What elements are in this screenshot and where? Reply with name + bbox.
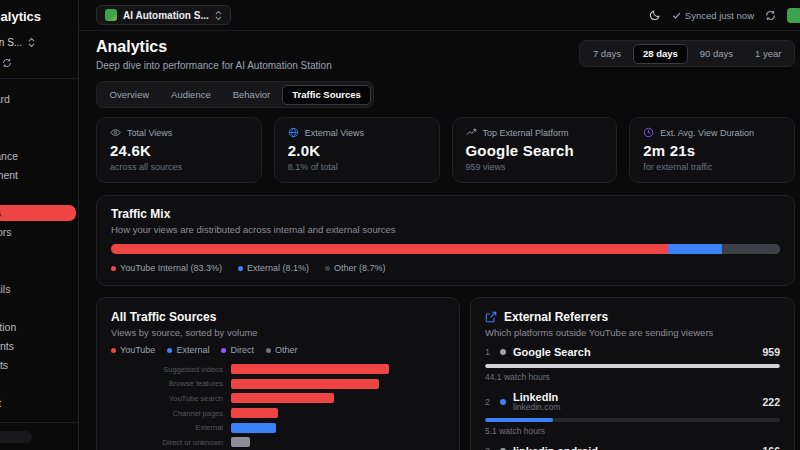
sidebar-item-label: rmance bbox=[0, 150, 18, 162]
legend-dot-icon bbox=[111, 266, 116, 271]
legend-dot-icon bbox=[238, 266, 243, 271]
referrer-bar-fill bbox=[485, 418, 553, 422]
sidebar-item[interactable]: bnails bbox=[0, 279, 78, 298]
sidebar-item[interactable]: iments bbox=[0, 336, 78, 355]
legend-label: External (8.1%) bbox=[247, 263, 309, 273]
chevron-up-down-icon bbox=[215, 10, 222, 21]
bar-label: Direct or unknown bbox=[111, 438, 231, 447]
stat-card-total-views: Total Views 24.6K across all sources bbox=[96, 117, 262, 183]
external-referrers-card: External Referrers Which platforms outsi… bbox=[470, 297, 795, 450]
sidebar-item-label: gement bbox=[0, 169, 18, 181]
eye-icon bbox=[110, 127, 121, 138]
sidebar-item[interactable]: board bbox=[0, 89, 78, 108]
bar-label: Suggested videos bbox=[111, 365, 231, 374]
sidebar-divider bbox=[0, 78, 78, 79]
stat-cards: Total Views 24.6K across all sources Ext… bbox=[96, 117, 795, 183]
sidebar-item-label: cripts bbox=[0, 359, 8, 371]
range-button[interactable]: 28 days bbox=[633, 44, 688, 64]
legend-dot-icon bbox=[266, 348, 271, 353]
bar bbox=[231, 423, 276, 433]
sidebar-item-label: iments bbox=[0, 340, 14, 352]
referrer-name: linkedin.android bbox=[513, 445, 598, 450]
all-sources-legend: YouTube External Direct bbox=[111, 345, 445, 355]
traffic-mix-stacked-bar bbox=[111, 244, 780, 254]
bottom-panels: All Traffic Sources Views by source, sor… bbox=[96, 297, 795, 450]
sidebar-item[interactable]: dar bbox=[0, 184, 78, 203]
sidebar-item[interactable]: nt bbox=[0, 260, 78, 279]
check-icon bbox=[672, 11, 681, 20]
sidebar-workspace-selector[interactable]: tomation S... bbox=[0, 37, 78, 48]
sidebar-item[interactable]: etitors bbox=[0, 222, 78, 241]
stat-label: Top External Platform bbox=[483, 128, 569, 138]
legend-label: Other (8.7%) bbox=[334, 263, 386, 273]
bar-row[interactable]: Direct or unknown bbox=[111, 435, 445, 450]
bar-label: External bbox=[111, 423, 231, 432]
referrer-bar-track bbox=[485, 418, 780, 422]
all-sources-subtitle: Views by source, sorted by volume bbox=[111, 327, 445, 338]
all-sources-title: All Traffic Sources bbox=[111, 310, 445, 324]
stat-subtext: 959 views bbox=[466, 162, 604, 172]
sidebar-item-label: etitors bbox=[0, 226, 12, 238]
tab[interactable]: Overview bbox=[100, 85, 160, 105]
traffic-mix-subtitle: How your views are distributed across in… bbox=[111, 224, 780, 235]
all-traffic-sources-card: All Traffic Sources Views by source, sor… bbox=[96, 297, 460, 450]
refresh-button[interactable] bbox=[765, 10, 776, 21]
bar-row[interactable]: External bbox=[111, 420, 445, 435]
referrers-subtitle: Which platforms outside YouTube are send… bbox=[485, 327, 780, 338]
referrer-row[interactable]: 1 Google Search 959 bbox=[485, 346, 780, 382]
stat-value: Google Search bbox=[466, 142, 604, 159]
referrer-domain: linkedin.com bbox=[513, 403, 560, 413]
bar-row[interactable]: YouTube search bbox=[111, 391, 445, 406]
range-button[interactable]: 90 days bbox=[690, 44, 743, 64]
sidebar-item[interactable]: s bbox=[0, 127, 78, 146]
referrer-rank: 3 bbox=[485, 446, 493, 450]
sidebar-item[interactable]: s bbox=[0, 241, 78, 260]
legend-item: Other bbox=[266, 345, 298, 355]
stat-card-external-views: External Views 2.0K 8.1% of total bbox=[274, 117, 440, 183]
bar bbox=[231, 408, 278, 418]
workspace-avatar-icon bbox=[105, 9, 117, 21]
sidebar-item[interactable]: h bbox=[0, 298, 78, 317]
sidebar-item-label: board bbox=[0, 93, 10, 105]
referrer-rank: 2 bbox=[485, 397, 493, 407]
sidebar-item[interactable]: rmance bbox=[0, 146, 78, 165]
referrer-row[interactable]: 3 linkedin.android 166 bbox=[485, 445, 780, 450]
refresh-icon[interactable] bbox=[2, 58, 12, 68]
stat-value: 24.6K bbox=[110, 142, 248, 159]
traffic-mix-segment bbox=[722, 244, 780, 254]
sidebar-item[interactable]: ts bbox=[0, 374, 78, 393]
stat-label: External Views bbox=[305, 128, 364, 138]
sidebar-item[interactable]: port bbox=[0, 393, 78, 412]
referrer-rank: 1 bbox=[485, 347, 493, 357]
tab[interactable]: Behavior bbox=[223, 85, 281, 105]
sidebar-item[interactable]: nce bbox=[0, 108, 78, 127]
legend-label: YouTube bbox=[120, 345, 155, 355]
tab-bar: Overview Audience Behavior Traffic Sourc… bbox=[96, 81, 374, 108]
sync-status-label: Synced just now bbox=[685, 10, 754, 21]
range-button[interactable]: 7 days bbox=[583, 44, 631, 64]
page-title: Analytics bbox=[96, 38, 332, 56]
referrer-bar-fill bbox=[485, 364, 780, 368]
sidebar-item[interactable]: tization bbox=[0, 317, 78, 336]
range-button[interactable]: 1 year bbox=[745, 44, 791, 64]
legend-item: External bbox=[167, 345, 209, 355]
referrer-row[interactable]: 2 LinkedIn linkedin.com 222 bbox=[485, 391, 780, 436]
legend-item: Direct bbox=[221, 345, 254, 355]
bar-row[interactable]: Suggested videos bbox=[111, 362, 445, 377]
sidebar-item[interactable]: gement bbox=[0, 165, 78, 184]
theme-toggle-button[interactable] bbox=[649, 9, 661, 21]
traffic-mix-card: Traffic Mix How your views are distribut… bbox=[96, 195, 795, 286]
tab[interactable]: Audience bbox=[161, 85, 221, 105]
tab[interactable]: Traffic Sources bbox=[282, 85, 371, 105]
bar-row[interactable]: Channel pages bbox=[111, 406, 445, 421]
bar-area bbox=[231, 437, 445, 447]
topbar: AI Automation S... Synced just now bbox=[79, 0, 800, 31]
user-avatar[interactable] bbox=[787, 8, 800, 23]
sidebar-item[interactable]: tics bbox=[0, 203, 78, 222]
sidebar-item[interactable]: cripts bbox=[0, 355, 78, 374]
bar-row[interactable]: Browse features bbox=[111, 377, 445, 392]
workspace-selector[interactable]: AI Automation S... bbox=[96, 5, 231, 25]
referrer-watch-hours: 44.1 watch hours bbox=[485, 372, 780, 382]
sidebar-footer-button[interactable] bbox=[0, 431, 32, 443]
bar-label: Channel pages bbox=[111, 409, 231, 418]
